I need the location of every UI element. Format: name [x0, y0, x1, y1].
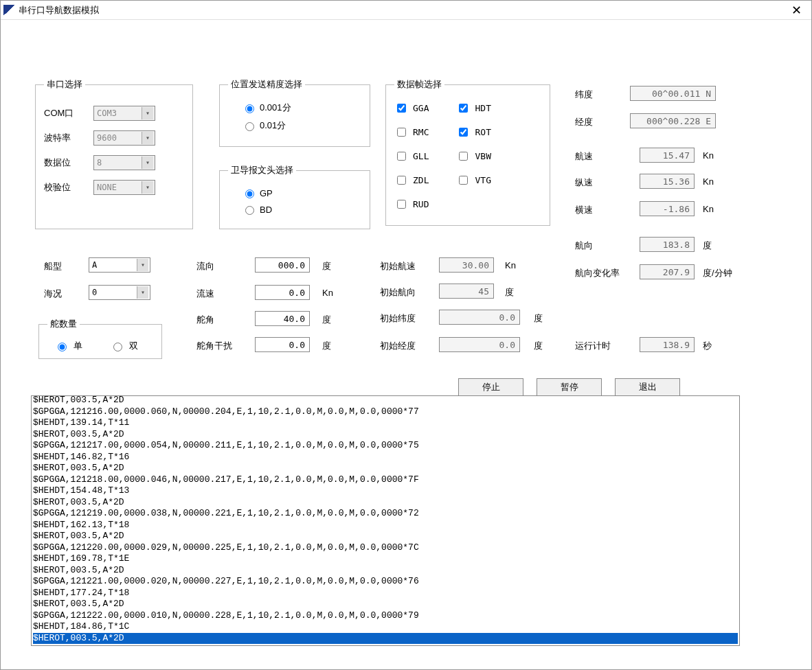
log-line[interactable]: $HEROT,003.5,A*2D [33, 463, 738, 474]
log-line[interactable]: $HEHDT,169.78,T*1E [33, 553, 738, 565]
header-opt2[interactable] [245, 206, 254, 215]
status-rate-unit: 度/分钟 [703, 267, 732, 279]
frames-group: 数据帧选择 GGA RMC GLL ZDL RUD HDT ROT VBW VT… [385, 78, 550, 226]
log-line[interactable]: $HEROT,003.5,A*2D [33, 429, 738, 441]
log-line[interactable]: $GPGGA,121221.00,0000.020,N,00000.227,E,… [33, 576, 738, 588]
chk-zdl[interactable] [397, 176, 406, 185]
status-hdg: 183.8 [640, 237, 695, 252]
rudder-ang[interactable]: 40.0 [255, 311, 310, 326]
databits-select[interactable]: 8 [93, 155, 155, 170]
log-line[interactable]: $HEROT,003.5,A*2D [33, 599, 738, 610]
rudder-ang-unit: 度 [322, 314, 331, 326]
log-line[interactable]: $GPGGA,121216.00,0000.060,N,00000.204,E,… [33, 406, 738, 418]
log-line[interactable]: $HEHDT,154.48,T*13 [33, 485, 738, 497]
flow-dir-label: 流向 [196, 260, 214, 273]
init-spd: 30.00 [439, 257, 494, 273]
header-opt1[interactable] [245, 189, 254, 198]
status-hspd-label: 横速 [575, 204, 593, 216]
status-rate-label: 航向变化率 [575, 267, 620, 279]
status-time-unit: 秒 [703, 340, 712, 352]
status-time-label: 运行计时 [575, 340, 611, 352]
flow-spd-unit: Kn [322, 288, 333, 298]
log-line[interactable]: $GPGGA,121217.00,0000.054,N,00000.211,E,… [33, 440, 738, 452]
flow-dir[interactable]: 000.0 [255, 257, 310, 273]
init-lon-label: 初始经度 [380, 340, 416, 352]
chk-rmc[interactable] [397, 128, 406, 137]
chk-gll[interactable] [397, 152, 406, 161]
log-line[interactable]: $HEROT,003.5,A*2D [33, 531, 738, 542]
init-hdg: 45 [439, 284, 494, 299]
rudder-single[interactable] [58, 343, 67, 351]
status-vspd-unit: Kn [703, 176, 714, 187]
precision-legend: 位置发送精度选择 [228, 78, 305, 91]
sea-select[interactable]: 0 [89, 285, 150, 300]
serial-legend: 串口选择 [44, 78, 85, 91]
rudder-noise[interactable]: 0.0 [255, 337, 310, 352]
chk-hdt[interactable] [459, 104, 468, 113]
log-line[interactable]: $GPGGA,121218.00,0000.046,N,00000.217,E,… [33, 474, 738, 486]
flow-spd-label: 流速 [196, 288, 214, 300]
log-line[interactable]: $HEHDT,139.14,T*11 [33, 417, 738, 429]
status-spd-unit: Kn [703, 150, 714, 161]
pause-button[interactable]: 暂停 [537, 378, 602, 396]
rudder-legend: 舵数量 [47, 318, 80, 330]
log-line[interactable]: $HEHDT,146.82,T*16 [33, 452, 738, 463]
status-hdg-label: 航向 [575, 240, 593, 252]
init-hdg-label: 初始航向 [380, 286, 416, 299]
status-vspd: 15.36 [640, 174, 695, 189]
log-line[interactable]: $HEROT,003.5,A*2D [33, 565, 738, 577]
chk-vbw[interactable] [459, 152, 468, 161]
status-hdg-unit: 度 [703, 240, 712, 252]
exit-button[interactable]: 退出 [615, 378, 680, 396]
chk-rud[interactable] [397, 200, 406, 209]
header-group: 卫导报文头选择 GP BD [219, 164, 370, 229]
init-lat-label: 初始纬度 [380, 312, 416, 325]
status-spd-label: 航速 [575, 150, 593, 163]
ship-type-select[interactable]: A [89, 257, 150, 273]
precision-opt2[interactable] [245, 122, 254, 131]
precision-opt1[interactable] [245, 104, 254, 113]
status-lon-label: 经度 [575, 116, 593, 128]
chk-rot[interactable] [459, 128, 468, 137]
rudder-group: 舵数量 单 双 [38, 318, 162, 359]
rudder-noise-label: 舵角干扰 [196, 340, 232, 352]
status-hspd-unit: Kn [703, 204, 714, 214]
init-spd-label: 初始航速 [380, 260, 416, 273]
app-icon [3, 5, 14, 16]
log-output[interactable]: $GPGGA,121215.00,0000.066,N,00000.197,E,… [31, 395, 740, 646]
stop-button[interactable]: 停止 [458, 378, 523, 396]
status-rate: 207.9 [640, 264, 695, 279]
window-title: 串行口导航数据模拟 [19, 4, 785, 16]
com-select[interactable]: COM3 [93, 106, 155, 121]
parity-select[interactable]: NONE [93, 180, 155, 195]
header-legend: 卫导报文头选择 [228, 164, 296, 176]
databits-label: 数据位 [44, 157, 93, 169]
status-vspd-label: 纵速 [575, 176, 593, 189]
status-lat: 00^00.011 N [630, 86, 716, 101]
rudder-noise-unit: 度 [322, 340, 331, 352]
init-spd-unit: Kn [505, 260, 516, 270]
init-lon: 0.0 [439, 337, 520, 352]
log-line[interactable]: $HEHDT,162.13,T*18 [33, 520, 738, 531]
init-lat: 0.0 [439, 310, 520, 325]
rudder-double[interactable] [113, 343, 122, 351]
log-line[interactable]: $HEHDT,177.24,T*18 [33, 588, 738, 599]
log-line[interactable]: $GPGGA,121222.00,0000.010,N,00000.228,E,… [33, 610, 738, 622]
chk-vtg[interactable] [459, 176, 468, 185]
baud-select[interactable]: 9600 [93, 130, 155, 146]
log-line[interactable]: $HEROT,003.5,A*2D [33, 497, 738, 509]
com-label: COM口 [44, 107, 93, 119]
init-hdg-unit: 度 [505, 286, 514, 299]
log-line[interactable]: $GPGGA,121219.00,0000.038,N,00000.221,E,… [33, 508, 738, 520]
log-line[interactable]: $HEROT,003.5,A*2D [33, 395, 738, 406]
status-spd: 15.47 [640, 148, 695, 163]
log-line[interactable]: $GPGGA,121220.00,0000.029,N,00000.225,E,… [33, 542, 738, 554]
chk-gga[interactable] [397, 104, 406, 113]
close-icon[interactable]: ✕ [785, 3, 809, 18]
flow-spd[interactable]: 0.0 [255, 285, 310, 300]
baud-label: 波特率 [44, 132, 93, 144]
title-bar: 串行口导航数据模拟 ✕ [1, 1, 811, 20]
log-line[interactable]: $HEHDT,184.86,T*1C [33, 621, 738, 633]
log-line[interactable]: $HEROT,003.5,A*2D [33, 633, 738, 645]
flow-dir-unit: 度 [322, 260, 331, 273]
